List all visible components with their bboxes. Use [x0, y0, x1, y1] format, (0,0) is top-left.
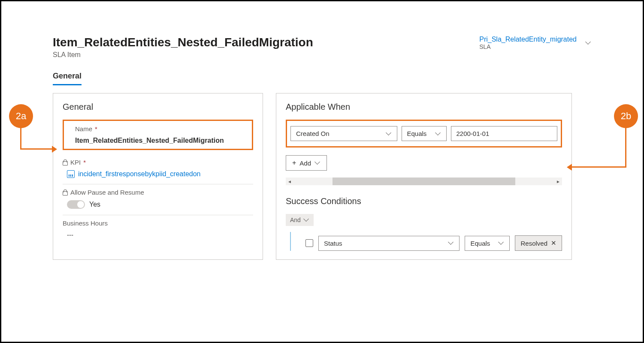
business-hours-label: Business Hours — [63, 220, 108, 227]
logic-label: And — [290, 217, 301, 223]
chevron-down-icon — [448, 240, 454, 246]
tab-general[interactable]: General — [53, 72, 82, 85]
condition-highlight: Created On Equals 2200-01-01 — [286, 120, 562, 147]
condition-field-value: Created On — [296, 130, 330, 137]
plus-icon: + — [292, 159, 296, 167]
success-operator-value: Equals — [470, 240, 490, 247]
chevron-down-icon — [314, 160, 320, 166]
chevron-down-icon — [303, 217, 309, 223]
kpi-link[interactable]: incident_firstresponsebykpiid_createdon — [63, 170, 253, 178]
callout-2a: 2a — [9, 104, 33, 128]
chevron-down-icon — [498, 240, 504, 246]
business-hours-value[interactable]: --- — [63, 231, 253, 238]
arrow-head-icon — [52, 146, 57, 153]
arrow-head-icon — [567, 164, 572, 171]
success-value-tag[interactable]: Resolved ✕ — [515, 235, 562, 251]
condition-value-input[interactable]: 2200-01-01 — [451, 126, 558, 141]
condition-tree: Status Equals Resolved ✕ — [290, 232, 562, 251]
required-asterisk: * — [95, 125, 97, 132]
success-conditions-title: Success Conditions — [286, 196, 562, 206]
scroll-right-icon[interactable]: ► — [554, 179, 562, 184]
logic-and-chip[interactable]: And — [286, 214, 314, 226]
page-header: Item_RelatedEntities_Nested_FailedMigrat… — [53, 36, 591, 59]
success-value: Resolved — [520, 240, 547, 247]
add-label: Add — [299, 159, 311, 167]
condition-operator-value: Equals — [407, 130, 427, 137]
applicable-when-panel: Applicable When Created On Equals 2200-0… — [276, 93, 572, 260]
success-operator-select[interactable]: Equals — [465, 236, 510, 251]
row-checkbox[interactable] — [305, 239, 313, 247]
chevron-down-icon[interactable] — [585, 40, 591, 46]
allow-pause-label: Allow Pause and Resume — [70, 189, 144, 196]
scroll-left-icon[interactable]: ◄ — [286, 179, 293, 184]
related-sla-type: SLA — [479, 43, 577, 50]
lock-icon — [63, 190, 68, 196]
callout-arrow — [571, 166, 626, 168]
kpi-icon — [67, 170, 75, 178]
general-panel: General Name* Item_RelatedEntities_Neste… — [53, 93, 263, 260]
kpi-label: KPI — [70, 159, 81, 166]
success-field-value: Status — [324, 240, 342, 247]
page-title: Item_RelatedEntities_Nested_FailedMigrat… — [53, 36, 313, 49]
condition-field-select[interactable]: Created On — [290, 126, 397, 141]
page-subtitle: SLA Item — [53, 51, 313, 59]
name-value[interactable]: Item_RelatedEntities_Nested_FailedMigrat… — [70, 137, 246, 144]
chevron-down-icon — [435, 131, 441, 137]
lock-icon — [63, 159, 68, 165]
horizontal-scrollbar[interactable]: ◄ ► — [286, 178, 562, 185]
callout-2b: 2b — [614, 104, 638, 128]
success-field-select[interactable]: Status — [318, 236, 460, 251]
applicable-when-title: Applicable When — [286, 102, 562, 112]
general-panel-title: General — [63, 102, 253, 112]
add-condition-button[interactable]: + Add — [286, 155, 327, 171]
allow-pause-value: Yes — [89, 201, 100, 208]
callout-arrow — [20, 148, 54, 150]
required-asterisk: * — [83, 159, 86, 166]
callout-arrow — [20, 128, 21, 149]
related-sla-link[interactable]: Pri_Sla_RelatedEntity_migrated — [479, 36, 577, 43]
allow-pause-toggle[interactable] — [67, 200, 85, 209]
name-label: Name — [75, 125, 92, 132]
name-highlight: Name* Item_RelatedEntities_Nested_Failed… — [63, 120, 253, 150]
close-icon[interactable]: ✕ — [551, 239, 556, 247]
kpi-value: incident_firstresponsebykpiid_createdon — [78, 170, 201, 178]
tab-bar: General — [53, 72, 591, 85]
callout-arrow — [625, 128, 626, 168]
scrollbar-thumb[interactable] — [333, 178, 515, 185]
condition-operator-select[interactable]: Equals — [402, 126, 447, 141]
chevron-down-icon — [386, 131, 392, 137]
